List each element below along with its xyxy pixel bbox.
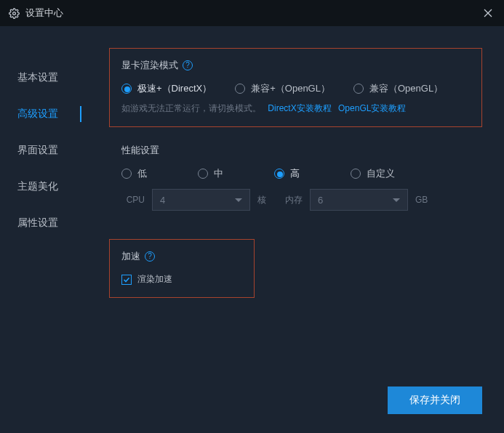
radio-circle-icon <box>353 84 364 94</box>
sidebar-item-basic[interactable]: 基本设置 <box>0 60 87 96</box>
cpu-unit: 核 <box>257 194 272 206</box>
sidebar-item-label: 属性设置 <box>17 216 58 230</box>
group-title: 加速 ? <box>121 250 242 263</box>
chevron-down-icon <box>393 198 400 202</box>
radio-label: 中 <box>214 167 223 180</box>
titlebar: 设置中心 <box>0 0 504 26</box>
window-title: 设置中心 <box>25 7 63 20</box>
cpu-label: CPU <box>121 195 145 205</box>
radio-directx[interactable]: 极速+（DirectX） <box>121 82 212 95</box>
close-button[interactable] <box>481 6 495 20</box>
render-accel-checkbox[interactable]: 渲染加速 <box>121 273 242 286</box>
select-value: 6 <box>318 195 323 206</box>
radio-label: 高 <box>290 167 300 180</box>
mem-unit: GB <box>415 195 430 205</box>
acceleration-group: 加速 ? 渲染加速 <box>109 239 255 298</box>
radio-label: 兼容+（OpenGL） <box>251 82 330 95</box>
sidebar-item-property[interactable]: 属性设置 <box>0 205 87 241</box>
radio-circle-icon <box>121 169 132 179</box>
sidebar: 基本设置 高级设置 界面设置 主题美化 属性设置 <box>0 26 87 433</box>
link-directx-tutorial[interactable]: DirectX安装教程 <box>268 103 331 113</box>
group-title-text: 性能设置 <box>121 144 159 157</box>
sidebar-item-advanced[interactable]: 高级设置 <box>0 96 87 132</box>
radio-label: 兼容（OpenGL） <box>369 82 443 95</box>
radio-perf-mid[interactable]: 中 <box>198 167 223 180</box>
chevron-down-icon <box>235 198 242 202</box>
group-title-text: 加速 <box>121 250 140 263</box>
link-opengl-tutorial[interactable]: OpenGL安装教程 <box>338 103 406 113</box>
group-title: 性能设置 <box>121 144 470 157</box>
footer: 保存并关闭 <box>388 387 482 414</box>
sidebar-item-label: 高级设置 <box>17 108 58 121</box>
radio-label: 自定义 <box>367 167 395 180</box>
sidebar-item-label: 主题美化 <box>17 180 58 193</box>
group-title: 显卡渲染模式 ? <box>121 59 470 72</box>
help-icon[interactable]: ? <box>183 60 193 70</box>
radio-circle-icon <box>274 169 284 179</box>
mem-label: 内存 <box>279 194 303 206</box>
checkbox-icon <box>121 275 132 285</box>
sidebar-item-label: 基本设置 <box>17 71 58 84</box>
sidebar-item-theme[interactable]: 主题美化 <box>0 169 87 205</box>
sidebar-item-interface[interactable]: 界面设置 <box>0 132 87 169</box>
mem-select[interactable]: 6 <box>310 189 408 211</box>
content: 显卡渲染模式 ? 极速+（DirectX） 兼容+（OpenGL） 兼容（Ope… <box>87 26 504 433</box>
checkbox-label: 渲染加速 <box>137 273 172 286</box>
radio-circle-icon <box>198 169 208 179</box>
hint-text: 如游戏无法正常运行，请切换模式。 <box>121 103 261 113</box>
cpu-select[interactable]: 4 <box>152 189 250 211</box>
radio-perf-custom[interactable]: 自定义 <box>351 167 395 180</box>
save-and-close-button[interactable]: 保存并关闭 <box>388 387 482 414</box>
radio-perf-low[interactable]: 低 <box>121 167 147 180</box>
gpu-render-group: 显卡渲染模式 ? 极速+（DirectX） 兼容+（OpenGL） 兼容（Ope… <box>109 48 482 127</box>
select-value: 4 <box>160 195 165 206</box>
performance-group: 性能设置 低 中 高 自定义 <box>109 143 482 223</box>
radio-circle-icon <box>121 84 132 94</box>
radio-opengl-plus[interactable]: 兼容+（OpenGL） <box>235 82 330 95</box>
group-title-text: 显卡渲染模式 <box>121 59 178 72</box>
radio-label: 极速+（DirectX） <box>137 82 212 95</box>
gear-icon <box>9 8 20 19</box>
radio-opengl[interactable]: 兼容（OpenGL） <box>353 82 443 95</box>
svg-point-0 <box>13 12 16 15</box>
help-icon[interactable]: ? <box>145 251 155 262</box>
radio-circle-icon <box>235 84 245 94</box>
radio-label: 低 <box>137 167 147 180</box>
radio-perf-high[interactable]: 高 <box>274 167 300 180</box>
gpu-hint: 如游戏无法正常运行，请切换模式。 DirectX安装教程 OpenGL安装教程 <box>121 102 470 115</box>
radio-circle-icon <box>351 169 361 179</box>
sidebar-item-label: 界面设置 <box>17 144 58 157</box>
